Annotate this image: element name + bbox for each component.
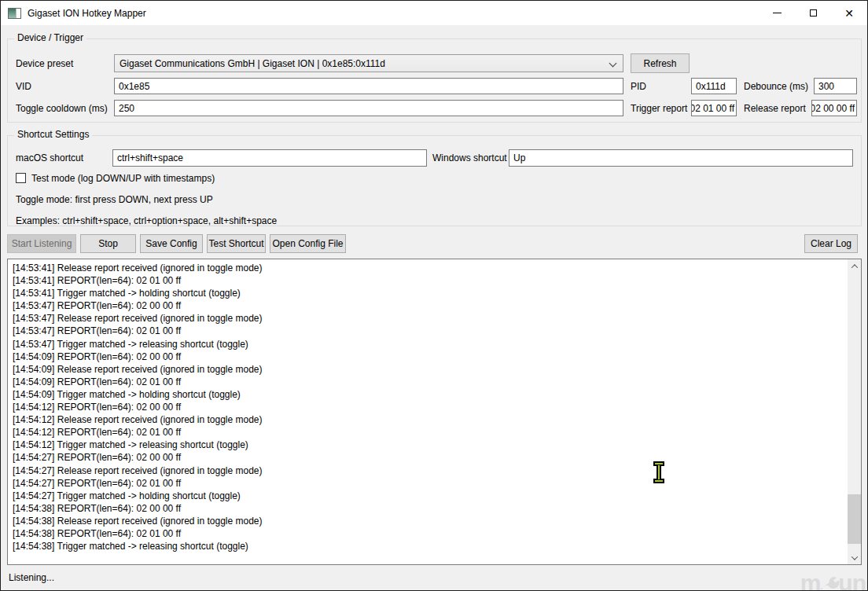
scroll-up-button[interactable] xyxy=(848,259,861,273)
release-report-input[interactable]: 02 00 00 ff xyxy=(811,100,857,116)
macos-shortcut-input[interactable]: ctrl+shift+space xyxy=(112,149,427,167)
device-preset-label: Device preset xyxy=(16,58,73,69)
toggle-mode-note: Toggle mode: first press DOWN, next pres… xyxy=(16,194,213,205)
clear-log-button[interactable]: Clear Log xyxy=(804,234,858,253)
log-line: [14:54:12] Release report received (igno… xyxy=(13,413,844,426)
log-line: [14:54:38] Trigger matched -> releasing … xyxy=(13,540,844,552)
log-line: [14:53:47] REPORT(len=64): 02 01 00 ff xyxy=(13,325,844,337)
release-report-label: Release report xyxy=(744,103,806,114)
log-line: [14:54:27] Release report received (igno… xyxy=(13,464,844,477)
log-output[interactable]: [14:53:41] Release report received (igno… xyxy=(7,259,862,565)
toggle-cooldown-input[interactable]: 250 xyxy=(114,100,623,116)
shortcut-settings-group: Shortcut Settings macOS shortcut ctrl+sh… xyxy=(7,135,862,226)
minimize-button[interactable] xyxy=(759,1,795,25)
log-line: [14:54:38] REPORT(len=64): 02 00 00 ff xyxy=(13,502,844,515)
minimize-icon xyxy=(773,13,782,13)
maximize-icon xyxy=(810,9,817,17)
toggle-cooldown-label: Toggle cooldown (ms) xyxy=(16,103,108,114)
app-window: Gigaset ION Hotkey Mapper ✕ Device / Tri… xyxy=(0,0,868,591)
log-line: [14:54:27] REPORT(len=64): 02 00 00 ff xyxy=(13,451,844,464)
log-line: [14:54:09] Trigger matched -> holding sh… xyxy=(13,388,844,401)
log-line: [14:54:09] REPORT(len=64): 02 01 00 ff xyxy=(13,376,844,388)
refresh-button[interactable]: Refresh xyxy=(631,53,690,73)
log-line: [14:54:12] Trigger matched -> releasing … xyxy=(13,439,844,451)
test-mode-checkbox[interactable] xyxy=(16,173,26,183)
log-line: [14:53:47] Trigger matched -> releasing … xyxy=(13,338,844,351)
close-button[interactable]: ✕ xyxy=(831,1,867,25)
log-line: [14:54:27] Trigger matched -> holding sh… xyxy=(13,490,844,502)
chevron-down-icon xyxy=(851,553,857,560)
trigger-report-label: Trigger report xyxy=(631,103,687,114)
chevron-down-icon xyxy=(609,60,617,68)
log-line: [14:54:12] REPORT(len=64): 02 00 00 ff xyxy=(13,401,844,413)
pid-label: PID xyxy=(631,81,646,92)
start-listening-button: Start Listening xyxy=(7,234,76,253)
device-preset-value: Gigaset Communications GmbH | Gigaset IO… xyxy=(120,58,385,69)
log-scrollbar[interactable] xyxy=(848,259,861,564)
log-line: [14:53:41] Trigger matched -> holding sh… xyxy=(13,287,844,299)
windows-shortcut-input[interactable]: Up xyxy=(509,149,853,167)
debounce-label: Debounce (ms) xyxy=(744,81,808,92)
device-trigger-group-label: Device / Trigger xyxy=(14,32,86,43)
test-mode-label: Test mode (log DOWN/UP with timestamps) xyxy=(31,173,215,184)
title-bar: Gigaset ION Hotkey Mapper ✕ xyxy=(1,1,867,25)
log-line: [14:54:38] REPORT(len=64): 02 01 00 ff xyxy=(13,527,844,540)
scrollbar-thumb[interactable] xyxy=(848,494,861,544)
close-icon: ✕ xyxy=(844,8,854,19)
vid-label: VID xyxy=(16,81,31,92)
maximize-button[interactable] xyxy=(795,1,831,25)
debounce-input[interactable]: 300 xyxy=(814,78,857,94)
vid-input[interactable]: 0x1e85 xyxy=(114,78,623,94)
scroll-down-button[interactable] xyxy=(848,551,861,564)
shortcut-settings-group-label: Shortcut Settings xyxy=(14,129,92,140)
macos-shortcut-label: macOS shortcut xyxy=(16,152,83,163)
log-line: [14:54:09] REPORT(len=64): 02 00 00 ff xyxy=(13,351,844,363)
log-line: [14:54:27] REPORT(len=64): 02 01 00 ff xyxy=(13,477,844,490)
device-trigger-group: Device / Trigger Device preset Gigaset C… xyxy=(7,39,862,123)
window-title: Gigaset ION Hotkey Mapper xyxy=(28,8,146,19)
examples-note: Examples: ctrl+shift+space, ctrl+option+… xyxy=(16,215,277,226)
log-line: [14:53:47] Release report received (igno… xyxy=(13,312,844,325)
device-preset-select[interactable]: Gigaset Communications GmbH | Gigaset IO… xyxy=(114,54,623,72)
pid-input[interactable]: 0x111d xyxy=(691,78,737,94)
log-line: [14:53:41] REPORT(len=64): 02 01 00 ff xyxy=(13,274,844,287)
watermark: m un xyxy=(800,571,866,591)
log-line: [14:53:47] REPORT(len=64): 02 00 00 ff xyxy=(13,299,844,312)
windows-shortcut-label: Windows shortcut xyxy=(432,152,507,163)
status-text: Listening... xyxy=(9,572,54,583)
open-config-file-button[interactable]: Open Config File xyxy=(270,234,346,253)
save-config-button[interactable]: Save Config xyxy=(140,234,203,253)
log-line: [14:54:38] Release report received (igno… xyxy=(13,515,844,527)
app-icon xyxy=(8,8,21,19)
ibeam-cursor xyxy=(652,461,666,486)
stop-button[interactable]: Stop xyxy=(80,234,136,253)
log-line: [14:54:09] Release report received (igno… xyxy=(13,363,844,376)
log-line: [14:54:12] REPORT(len=64): 02 01 00 ff xyxy=(13,426,844,439)
chevron-up-icon xyxy=(851,264,857,270)
test-shortcut-button[interactable]: Test Shortcut xyxy=(207,234,266,253)
wrench-icon xyxy=(817,571,841,591)
log-line: [14:53:41] Release report received (igno… xyxy=(13,262,844,274)
trigger-report-input[interactable]: 02 01 00 ff xyxy=(691,100,737,116)
log-lines: [14:53:41] Release report received (igno… xyxy=(13,262,844,552)
